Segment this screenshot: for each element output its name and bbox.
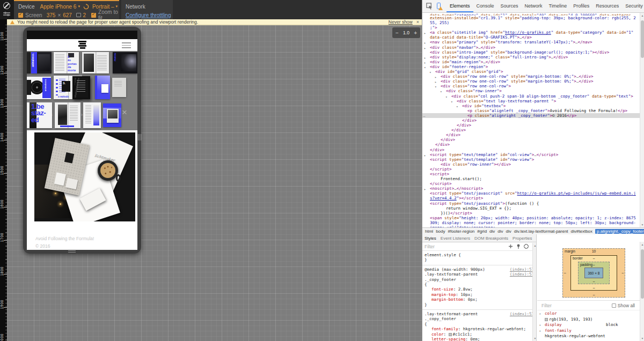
scroll-up-icon[interactable]: ▲ xyxy=(640,243,644,246)
breadcrumb-item[interactable]: #footer-region xyxy=(448,229,474,234)
box-model-diagram[interactable]: margin 10 – – – border – – padding – xyxy=(562,248,625,298)
dom-tree-node-selected[interactable]: …<p class="alignright _copy_footer">© 20… xyxy=(422,113,644,118)
zoom-fit-checkbox[interactable] xyxy=(91,13,96,18)
dom-tree-node[interactable]: ▾<div class="row-inner"> xyxy=(422,88,644,93)
zoom-out-button[interactable]: − xyxy=(396,30,399,36)
refresh-icon[interactable] xyxy=(83,4,89,10)
css-property[interactable]: font-size: 2.8vw; xyxy=(425,287,534,292)
carousel-prev-icon[interactable]: ‹ xyxy=(51,112,53,117)
close-icon[interactable]: × xyxy=(416,19,419,25)
dom-tree-node[interactable]: ▾<div id="footer-region"> xyxy=(422,64,644,69)
computed-scrollbar[interactable]: ▲ ▼ xyxy=(640,242,644,341)
devtools-tab-timeline[interactable]: Timeline xyxy=(546,0,570,12)
dom-tree-node[interactable]: ▸<div class="row one-col-row" style="mar… xyxy=(422,79,644,84)
dom-tree-node[interactable]: </div> xyxy=(422,137,644,142)
gallery-thumbnail[interactable] xyxy=(95,76,110,99)
element-state-pin-icon[interactable] xyxy=(516,244,521,249)
css-property[interactable]: margin-top: 10px; xyxy=(425,292,534,297)
show-all-checkbox[interactable] xyxy=(612,303,616,308)
site-logo[interactable] xyxy=(78,41,87,49)
gallery-close-icon[interactable]: × xyxy=(122,107,127,118)
scroll-up-icon[interactable]: ▲ xyxy=(533,244,537,247)
carousel-next-icon[interactable]: › xyxy=(81,112,83,117)
device-resize-handle-right[interactable] xyxy=(137,133,141,142)
screen-checkbox[interactable] xyxy=(18,13,23,18)
featured-photo[interactable]: lichtmaker xyxy=(34,132,135,221)
dom-tree-node[interactable]: <div class="intro-image" style="backgrou… xyxy=(422,50,644,55)
sidebar-tab-styles[interactable]: Styles xyxy=(422,236,438,241)
gallery-thumbnail[interactable]: 1.be staz- ed xyxy=(27,102,52,128)
dom-tree-node[interactable]: </div> xyxy=(422,123,644,128)
dom-tree-node[interactable]: ▾<div id="textbox"> xyxy=(422,103,644,108)
stylesheet-link[interactable]: (index):57 xyxy=(510,267,534,272)
stylesheet-link[interactable]: (index):57 xyxy=(510,272,534,282)
breadcrumb-item[interactable]: div xyxy=(497,229,503,234)
gallery-thumbnail[interactable] xyxy=(72,76,90,99)
dom-tree-node[interactable]: <script type="text/javascript">(function… xyxy=(422,201,644,206)
css-rule[interactable]: @media (max-width: 900px)(index):57.lay-… xyxy=(422,265,536,310)
dom-tree-node[interactable]: ▸<nav class="primary" style="transform: … xyxy=(422,40,644,45)
computed-property[interactable]: ▸font-family xyxy=(537,328,639,334)
dom-tree-node[interactable]: ;"> xyxy=(422,25,644,30)
breadcrumb-item[interactable]: div xyxy=(506,229,511,234)
device-select[interactable]: Apple iPhone 6 xyxy=(40,4,77,10)
computed-property[interactable]: ▸displayblock xyxy=(537,322,639,328)
dom-tree-node[interactable]: <script> xyxy=(422,172,644,176)
dom-tree-node[interactable]: ▸<div style="display:none;" class="full-… xyxy=(422,55,644,60)
dpr-value[interactable]: 2 xyxy=(83,12,86,18)
css-property[interactable]: margin-bottom: 0px; xyxy=(425,297,534,302)
tree-scrollbar[interactable]: ▲ ▼ xyxy=(640,13,644,227)
css-rule[interactable]: element.style {} xyxy=(422,251,536,265)
dom-tree-node[interactable]: </div> xyxy=(422,118,644,123)
dom-tree-node[interactable]: return window.SIG_EXT = {}; xyxy=(422,206,644,211)
css-property[interactable]: font-family: hkgrotesk-regular-webfont; xyxy=(425,327,534,331)
dom-tree-node[interactable]: ▸<div class="row one-col-row" style="mar… xyxy=(422,74,644,79)
gallery-thumbnail[interactable]: 2. às portas da morte xyxy=(54,52,79,73)
throttle-sliders-icon[interactable] xyxy=(3,12,10,17)
devtools-tab-profiles[interactable]: Profiles xyxy=(570,0,592,12)
new-style-rule-icon[interactable] xyxy=(508,244,513,249)
gallery-thumbnail[interactable] xyxy=(112,78,126,97)
screen-height-field[interactable]: 627 xyxy=(63,12,72,18)
dom-tree-node[interactable]: </div> xyxy=(422,132,644,137)
dom-tree-node[interactable]: ▸<div class="navbar">…</div> xyxy=(422,45,644,50)
hamburger-menu-icon[interactable] xyxy=(122,42,131,50)
dom-tree-node[interactable]: ▾<div class="col push-2 span-10 align-bo… xyxy=(422,94,644,99)
never-show-link[interactable]: Never show xyxy=(389,19,413,25)
devtools-tab-sources[interactable]: Sources xyxy=(497,0,522,12)
dom-tree-node[interactable]: ▸<script type="text/template" id="col-vi… xyxy=(422,152,644,157)
styles-filter-input[interactable]: Filter xyxy=(425,244,435,249)
css-rule[interactable]: .lay-textformat-parent ._copy_footer(ind… xyxy=(422,310,536,341)
computed-filter-input[interactable]: Filter xyxy=(541,303,552,308)
stylesheet-link[interactable]: (index):57 xyxy=(510,312,534,322)
screen-width-field[interactable]: 375 xyxy=(47,12,56,18)
devtools-tab-elements[interactable]: Elements xyxy=(447,0,473,12)
dom-tree-node[interactable]: <span style="height: 20px; width: 40px; … xyxy=(422,216,644,227)
gallery-thumbnail[interactable] xyxy=(55,102,80,128)
device-resize-handle-bottom[interactable] xyxy=(68,250,76,253)
scroll-down-icon[interactable]: ▼ xyxy=(640,337,644,340)
breadcrumb-item[interactable]: div xyxy=(489,229,495,234)
devtools-tab-security[interactable]: Security xyxy=(622,0,644,12)
dom-tree-node[interactable]: ▾<div class="text lay-textformat-parent … xyxy=(422,99,644,103)
dom-tree-node[interactable]: extension-installed="cr1.39.1" style="pa… xyxy=(422,16,644,25)
breadcrumb-item[interactable]: body xyxy=(436,229,445,234)
gallery-thumbnail[interactable]: animalesco. xyxy=(31,52,52,73)
expand-arrow-closed-icon[interactable]: ▸ xyxy=(424,31,426,35)
configure-throttling-link[interactable]: Configure throttling xyxy=(126,12,171,18)
expand-arrow-closed-icon[interactable]: ▸ xyxy=(539,322,541,328)
dom-tree-node[interactable]: ▸<noscript>…</noscript> xyxy=(422,186,644,191)
dom-tree-node[interactable]: Frontend.start(); xyxy=(422,176,644,181)
dom-tree-node[interactable]: ▾<div class="row one-col-row"> xyxy=(422,84,644,88)
scroll-down-icon[interactable]: ▼ xyxy=(640,223,644,226)
computed-toggle-icon[interactable] xyxy=(524,244,529,249)
css-property[interactable]: color: #c1c1c1; xyxy=(425,332,534,337)
gallery-thumbnail[interactable] xyxy=(27,52,31,73)
device-toolbar-icon[interactable] xyxy=(435,3,442,10)
dom-tree-node[interactable]: ▸<div id="main-region">…</div> xyxy=(422,60,644,64)
dom-tree-node[interactable]: <p class="alignleft _copy_footer">Avoid … xyxy=(422,108,644,113)
zoom-in-button[interactable]: + xyxy=(414,30,417,36)
styles-scrollbar[interactable]: ▲ ▼ xyxy=(532,243,537,341)
breadcrumb-item[interactable]: html xyxy=(425,229,433,234)
gallery-thumbnail[interactable] xyxy=(103,103,121,127)
